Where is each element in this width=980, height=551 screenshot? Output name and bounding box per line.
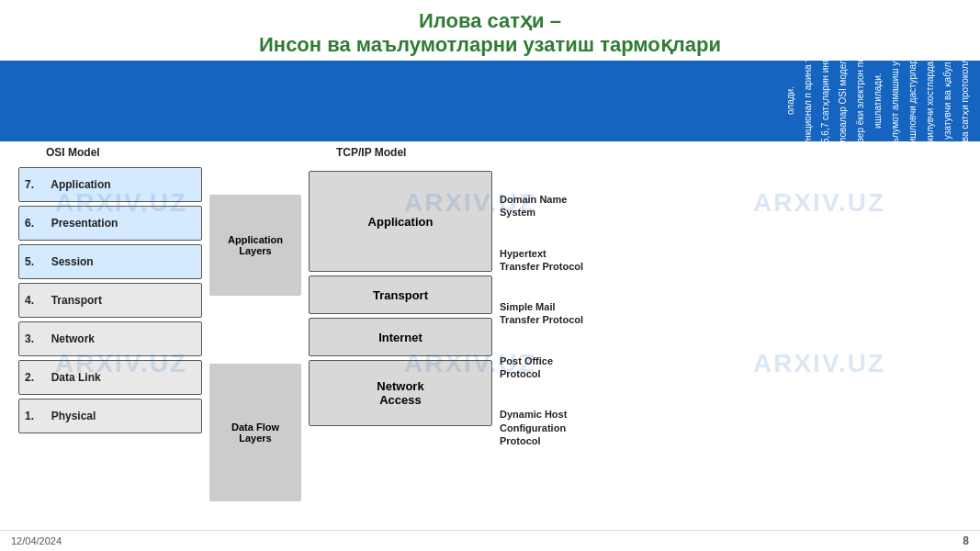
footer: 12/04/2024 8 [0, 530, 980, 551]
osi-layer-presentation: 6. Presentation [18, 206, 202, 241]
osi-layer-application: 7. Application [18, 167, 202, 202]
protocols-column: Domain Name SystemHypertext Transfer Pro… [500, 167, 962, 505]
layer-name: Application [45, 178, 111, 191]
tcpip-layer-transport: Transport [309, 276, 492, 314]
osi-layer-data-link: 2. Data Link [18, 360, 202, 395]
title-line1: Илова сатҳи – [0, 9, 980, 33]
proto-title-cell [500, 143, 962, 160]
osi-layer-physical: 1. Physical [18, 399, 202, 433]
middle-labels: ApplicationLayers Data FlowLayers [209, 167, 301, 505]
banner-item: узатувчи ва қабул [940, 62, 955, 140]
banner-items: Илова сатҳи протоколлариузатувчи ва қабу… [0, 61, 980, 141]
blue-banner: Илова сатҳи протоколлариузатувчи ва қабу… [0, 61, 980, 141]
banner-item: функционал п арина тўз [800, 62, 816, 140]
layer-name: Transport [45, 294, 102, 307]
layer-num: 4. [25, 294, 45, 307]
layer-num: 7. [25, 178, 45, 191]
protocol-item-4: Dynamic Host Configuration Protocol [500, 408, 962, 447]
data-flow-layers-label: Data FlowLayers [209, 364, 301, 501]
layer-num: 3. [25, 332, 45, 345]
title-area: Илова сатҳи – Инсон ва маълумотларни уза… [0, 0, 980, 61]
osi-model-title: OSI Model [46, 146, 100, 159]
protocol-item-2: Simple Mail Transfer Protocol [500, 300, 962, 327]
protocol-item-3: Post Office Protocol [500, 354, 962, 381]
osi-layer-session: 5. Session [18, 244, 202, 279]
main-content: 7. Application6. Presentation5. Session4… [0, 160, 980, 509]
banner-item: Илова сатҳи протоколлари [957, 62, 973, 140]
banner-item: маълумот алмашиш учун [887, 62, 903, 140]
layer-name: Data Link [45, 371, 101, 384]
application-layers-label: ApplicationLayers [209, 195, 301, 296]
protocol-item-1: Hypertext Transfer Protocol [500, 247, 962, 274]
layer-num: 1. [25, 410, 45, 422]
layer-num: 5. [25, 255, 45, 268]
footer-page: 8 [963, 534, 969, 547]
tcpip-layer-network-access: Network Access [309, 360, 492, 426]
banner-item: Веб браузер ёки электрон почта кабй [852, 62, 868, 140]
osi-layer-network: 3. Network [18, 321, 202, 356]
tcpip-column: ApplicationTransportInternetNetwork Acce… [309, 167, 492, 505]
tcpip-model-title: TCP/IP Model [336, 146, 406, 159]
protocol-item-0: Domain Name System [500, 193, 962, 219]
layer-name: Network [45, 332, 95, 345]
layer-num: 6. [25, 217, 45, 230]
banner-item: ишлатилади. [870, 62, 885, 140]
model-titles-row: OSI Model TCP/IP Model [0, 141, 980, 160]
osi-model-title-cell: OSI Model [18, 143, 202, 160]
banner-item: 5,6,7 сатҳларин инг [817, 62, 833, 140]
layer-name: Session [45, 255, 94, 268]
tcpip-model-title-cell: TCP/IP Model [309, 143, 492, 160]
tcpip-layer-internet: Internet [309, 318, 492, 356]
banner-item: ишловчи дастурлар [905, 62, 920, 140]
layer-name: Presentation [45, 217, 118, 230]
osi-column: 7. Application6. Presentation5. Session4… [18, 167, 202, 505]
tcpip-layer-application: Application [309, 171, 492, 272]
banner-item: олади. [783, 62, 798, 140]
layer-num: 2. [25, 371, 45, 384]
osi-layer-transport: 4. Transport [18, 283, 202, 318]
mid-title-cell [209, 143, 301, 160]
footer-date: 12/04/2024 [11, 535, 62, 546]
title-line2: Инсон ва маълумотларни узатиш тармоқлари [0, 33, 980, 57]
layer-name: Physical [45, 410, 96, 422]
banner-item: иловалар OSI модели [835, 62, 850, 140]
banner-item: килувчи хостларда [922, 62, 938, 140]
